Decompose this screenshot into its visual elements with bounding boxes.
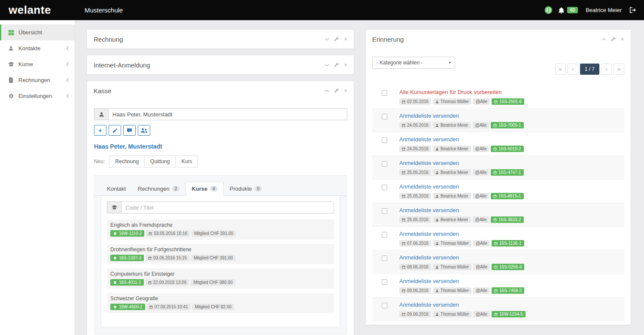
sidebar-item-rechnungen[interactable]: Rechnungen [0,72,75,88]
reminder-row: Alle Kursunterlagen für Druck vorbereite… [372,85,624,109]
course-row[interactable]: Drohnenfliegen für Fortgeschrittene 16S-… [107,244,334,264]
reminder-main: Anmeldeliste versenden 25.05.2016 [399,160,524,176]
course-row[interactable]: Schweizer Geografie 16W-4500-2 [107,293,334,313]
reminder-course-code-chip[interactable]: 16S-3833-2 [491,216,523,223]
tab-produkte[interactable]: Produkte 0 [224,182,268,196]
reminder-title[interactable]: Anmeldeliste versenden [399,136,524,143]
reminder-checkbox[interactable] [382,303,387,308]
chevron-left-icon [66,62,69,67]
panel-tools: × [601,36,624,42]
graduation-cap-icon [7,61,15,67]
neu-rechnung-button[interactable]: Rechnung [109,155,145,168]
close-icon[interactable]: × [344,36,347,42]
course-search-input[interactable] [121,201,334,213]
contact-link[interactable]: Haas Peter, Musterstadt [94,143,347,150]
user-icon [435,100,439,104]
close-icon[interactable]: × [344,62,347,68]
group-button[interactable] [138,125,150,136]
pagination-prev[interactable]: ‹ [568,64,578,75]
close-icon[interactable]: × [621,36,624,42]
tab-kurse[interactable]: Kurse 4 [185,182,223,196]
current-user[interactable]: Beatrice Meier [586,7,622,13]
course-code-chip[interactable]: 16W-1110-2 [110,230,144,237]
reminder-title[interactable]: Anmeldeliste versenden [399,302,526,308]
reminder-course-code-chip[interactable]: 16S-4747-1 [491,169,523,176]
expand-chevron-down-icon[interactable] [325,64,329,67]
reminder-course-code-chip[interactable]: 16S-1136-1 [492,240,524,247]
reminder-course-code-chip[interactable]: 16S-5010-2 [491,146,523,152]
reminder-checkbox[interactable] [382,137,387,143]
sidebar: Übersicht Kontakte Kurse Rechnungen [0,20,75,335]
reminder-checkbox[interactable] [382,161,387,167]
sidebar-item-kurse[interactable]: Kurse [0,56,75,72]
course-code-chip[interactable]: 16S-4011-1 [110,279,144,286]
course-code-chip[interactable]: 16S-1337-3 [110,255,144,261]
course-row[interactable]: Englisch als Fremdsprache 16W-1110-2 [107,219,334,240]
bell-icon[interactable] [558,7,565,14]
reminder-checkbox[interactable] [382,90,387,96]
notification-count-badge[interactable]: 63 [567,7,578,13]
reminder-row: Anmeldeliste versenden 07.06.2016 [372,227,624,250]
settings-wrench-icon[interactable] [334,37,339,42]
reminder-course-code-chip[interactable]: 16S-8815-1 [491,193,523,199]
reminder-checkbox[interactable] [382,279,387,285]
reminder-title[interactable]: Anmeldeliste versenden [399,207,524,213]
sidebar-item-uebersicht[interactable]: Übersicht [0,24,75,40]
settings-wrench-icon[interactable] [334,62,339,67]
sidebar-item-einstellungen[interactable]: Einstellungen [0,88,75,104]
logout-icon[interactable] [629,7,636,13]
reminder-checkbox[interactable] [382,256,387,261]
course-code-chip[interactable]: 16W-4500-2 [110,304,145,310]
reminder-course-code-chip[interactable]: 16S-7458-3 [492,287,524,294]
tab-rechnungen[interactable]: Rechnungen 2 [132,182,185,196]
reminder-course-code-chip[interactable]: 16W-1234-5 [492,311,526,317]
calendar-icon [402,100,405,104]
reminder-title[interactable]: Anmeldeliste versenden [399,160,524,166]
category-select[interactable]: - Kategorie wählen - ▾ [372,57,455,69]
reminder-title[interactable]: Alle Kursunterlagen für Druck vorbereite… [399,89,524,95]
course-search-group [107,201,334,213]
settings-wrench-icon[interactable] [611,37,616,42]
tab-kontakt[interactable]: Kontakt [101,182,132,196]
neu-quittung-button[interactable]: Quittung [144,155,176,168]
reminder-person-chip: Beatrice Meier [433,122,471,128]
course-row[interactable]: Computerkurs für Einsteiger 16S-4011-1 [107,268,334,289]
sidebar-item-kontakte[interactable]: Kontakte [0,40,75,56]
collapse-chevron-up-icon[interactable] [601,38,606,41]
app-logo[interactable]: welante [0,3,75,17]
reminder-course-code-chip[interactable]: 16S-2501-6 [492,98,524,105]
reminder-title[interactable]: Anmeldeliste versenden [399,183,524,190]
globe-icon[interactable] [544,6,553,14]
reminder-title[interactable]: Anmeldeliste versenden [399,254,524,261]
reminder-checkbox[interactable] [382,114,387,119]
reminder-checkbox[interactable] [382,208,387,214]
topbar-right: 63 Beatrice Meier [544,6,644,14]
reminder-title[interactable]: Anmeldeliste versenden [399,113,524,119]
expand-chevron-down-icon[interactable] [325,38,329,41]
edit-button[interactable] [109,125,121,136]
reminder-course-code-chip[interactable]: 16S-7005-1 [491,122,523,128]
pagination-next[interactable]: › [601,64,612,75]
neu-row: Neu: Rechnung Quittung Kurs [94,155,347,168]
reminder-title[interactable]: Anmeldeliste versenden [399,231,524,237]
reminder-person-chip: Thomas Müller [433,98,471,105]
collapse-chevron-up-icon[interactable] [325,89,329,92]
comment-button[interactable] [123,125,136,136]
add-button[interactable]: + [94,125,106,136]
contact-search-input[interactable] [108,108,347,120]
settings-wrench-icon[interactable] [334,88,339,93]
reminder-controls: - Kategorie wählen - ▾ « ‹ 1 / 7 › » [372,57,624,75]
neu-kurs-button[interactable]: Kurs [175,155,198,168]
close-icon[interactable]: × [344,88,347,94]
reminder-checkbox[interactable] [382,185,387,190]
reminder-person: Thomas Müller [440,241,469,246]
reminder-checkbox[interactable] [382,232,387,238]
reminder-title[interactable]: Anmeldeliste versenden [399,278,524,284]
reminder-audience-chip: @Alle [473,169,489,176]
pagination-last[interactable]: » [614,64,624,75]
course-title: Drohnenfliegen für Fortgeschrittene [110,247,331,253]
sidebar-item-label: Kurse [18,61,33,67]
course-date: 03.05.2016 15:15 [153,256,187,260]
pagination-first[interactable]: « [555,64,566,75]
reminder-course-code-chip[interactable]: 16S-0256-4 [492,264,524,270]
